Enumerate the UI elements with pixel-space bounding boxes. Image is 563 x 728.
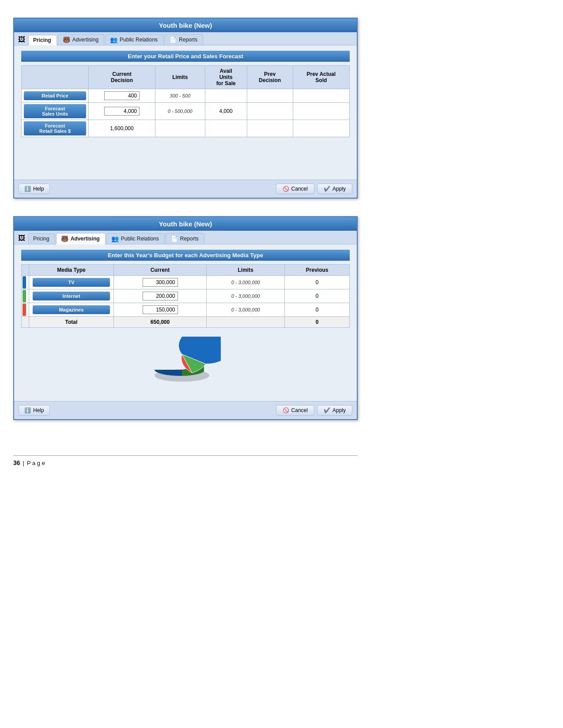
tab-pricing[interactable]: Pricing <box>28 35 57 45</box>
title-text-2: Youth bike (New) <box>159 220 212 228</box>
chart-area <box>21 328 350 394</box>
tab-advertising-label: Advertising <box>72 37 98 43</box>
internet-label-btn[interactable]: Internet <box>33 292 110 300</box>
tab-public-relations-2[interactable]: 👥 Public Relations <box>106 233 165 244</box>
apply-button-1[interactable]: ✔️ Apply <box>317 184 352 194</box>
col-current-decision: CurrentDecision <box>89 66 155 89</box>
total-label-cell: Total <box>29 317 114 328</box>
apply-icon-1: ✔️ <box>324 186 330 192</box>
internet-previous-cell: 0 <box>285 289 350 303</box>
apply-button-2[interactable]: ✔️ Apply <box>317 405 352 416</box>
tab-pr-label: Public Relations <box>120 37 158 43</box>
col-prev-actual: Prev ActualSold <box>293 66 349 89</box>
magazines-limits-text: 0 - 3,000,000 <box>231 307 260 312</box>
total-label: Total <box>65 319 78 325</box>
help-button-2[interactable]: ℹ️ Help <box>19 405 50 416</box>
retail-price-avail <box>205 89 247 103</box>
magazines-label-btn[interactable]: Magazines <box>33 305 110 314</box>
forecast-sales-prev-actual <box>293 103 349 120</box>
forecast-retail-value-cell: 1,600,000 <box>89 120 155 137</box>
tv-previous-cell: 0 <box>285 276 350 289</box>
total-current-cell: 650,000 <box>113 317 206 328</box>
retail-price-limits-text: 300 - 500 <box>170 93 190 98</box>
col-avail-units: AvailUnitsfor Sale <box>205 66 247 89</box>
tv-previous-value: 0 <box>316 279 319 285</box>
col-color-swatch <box>22 265 29 276</box>
window-2-title: Youth bike (New) <box>14 217 357 231</box>
tab-reports[interactable]: 📄 Reports <box>164 34 203 45</box>
pie-chart <box>150 337 221 385</box>
tv-color-cell <box>22 276 29 289</box>
tab-bar-1: 🖼 Pricing 🐻 Advertising 👥 Public Relatio… <box>14 32 357 45</box>
forecast-retail-label[interactable]: ForecastRetail Sales $ <box>24 121 86 135</box>
total-color-cell <box>22 317 29 328</box>
window-1-content: Enter your Retail Price and Sales Foreca… <box>14 45 357 180</box>
col-previous: Previous <box>285 265 350 276</box>
tab-public-relations[interactable]: 👥 Public Relations <box>105 34 163 45</box>
col-prev-decision: PrevDecision <box>247 66 293 89</box>
magazines-current-cell[interactable] <box>113 303 206 317</box>
section-header-2-text: Enter this Year's Budget for each Advert… <box>108 252 263 259</box>
forecast-retail-value: 1,600,000 <box>110 125 133 131</box>
table-row: Internet 0 - 3,000,000 0 <box>22 289 350 303</box>
forecast-retail-limits <box>155 120 205 137</box>
pricing-tab-icon-2: 🖼 <box>17 233 26 243</box>
advertising-table: Media Type Current Limits Previous TV <box>21 264 350 328</box>
col-media-type: Media Type <box>29 265 114 276</box>
pr-tab-icon-2: 👥 <box>111 235 119 242</box>
internet-limits-cell: 0 - 3,000,000 <box>207 289 285 303</box>
help-button-1[interactable]: ℹ️ Help <box>19 184 50 194</box>
col-limits-2: Limits <box>207 265 285 276</box>
apply-label-1: Apply <box>333 186 346 192</box>
retail-price-input[interactable] <box>104 91 140 100</box>
tab-pricing-2[interactable]: Pricing <box>28 233 55 244</box>
total-current-value: 650,000 <box>151 319 170 325</box>
cancel-icon-2: 🚫 <box>283 407 289 413</box>
tab-reports-2[interactable]: 📄 Reports <box>166 233 204 244</box>
retail-price-input-cell[interactable] <box>89 89 155 103</box>
advertising-tab-icon-2: 🐻 <box>61 235 68 242</box>
total-limits-cell <box>207 317 285 328</box>
row-label-cell: ForecastRetail Sales $ <box>22 120 89 137</box>
page-separator: | <box>23 460 24 466</box>
tab-advertising-2[interactable]: 🐻 Advertising <box>56 233 106 244</box>
total-row: Total 650,000 0 <box>22 317 350 328</box>
cancel-button-1[interactable]: 🚫 Cancel <box>276 184 314 194</box>
retail-price-limits: 300 - 500 <box>155 89 205 103</box>
forecast-retail-prev-actual <box>293 120 349 137</box>
window-2-footer: ℹ️ Help 🚫 Cancel ✔️ Apply <box>14 401 357 419</box>
tv-current-cell[interactable] <box>113 276 206 289</box>
help-label-2: Help <box>33 407 44 413</box>
reports-tab-icon-2: 📄 <box>170 235 178 242</box>
tab-pr-label-2: Public Relations <box>121 236 159 242</box>
forecast-sales-label[interactable]: ForecastSales Units <box>24 104 86 118</box>
total-previous-value: 0 <box>316 319 319 325</box>
cancel-icon-1: 🚫 <box>283 186 289 192</box>
col-current: Current <box>113 265 206 276</box>
pr-tab-icon: 👥 <box>110 36 117 43</box>
col-empty <box>22 66 89 89</box>
tv-label-btn[interactable]: TV <box>33 278 110 287</box>
tv-current-input[interactable] <box>143 278 178 287</box>
cancel-button-2[interactable]: 🚫 Cancel <box>276 405 314 416</box>
forecast-sales-avail: 4,000 <box>205 103 247 120</box>
retail-price-label[interactable]: Retail Price <box>24 91 86 100</box>
magazines-previous-value: 0 <box>316 307 319 313</box>
footer-right-1: 🚫 Cancel ✔️ Apply <box>276 184 352 194</box>
window-1-footer: ℹ️ Help 🚫 Cancel ✔️ Apply <box>14 180 357 198</box>
reports-tab-icon: 📄 <box>169 36 177 43</box>
tab-advertising[interactable]: 🐻 Advertising <box>58 34 104 45</box>
tab-reports-label-2: Reports <box>180 236 199 242</box>
section-header-1: Enter your Retail Price and Sales Foreca… <box>21 51 350 62</box>
forecast-sales-input[interactable] <box>104 107 140 116</box>
magazines-current-input[interactable] <box>143 305 178 314</box>
tab-pricing-label: Pricing <box>33 37 51 43</box>
row-label-cell: Retail Price <box>22 89 89 103</box>
forecast-sales-input-cell[interactable] <box>89 103 155 120</box>
forecast-sales-limits: 0 - 500,000 <box>155 103 205 120</box>
internet-current-cell[interactable] <box>113 289 206 303</box>
tv-limits-cell: 0 - 3,000,000 <box>207 276 285 289</box>
col-limits: Limits <box>155 66 205 89</box>
internet-current-input[interactable] <box>143 292 178 300</box>
total-previous-cell: 0 <box>285 317 350 328</box>
